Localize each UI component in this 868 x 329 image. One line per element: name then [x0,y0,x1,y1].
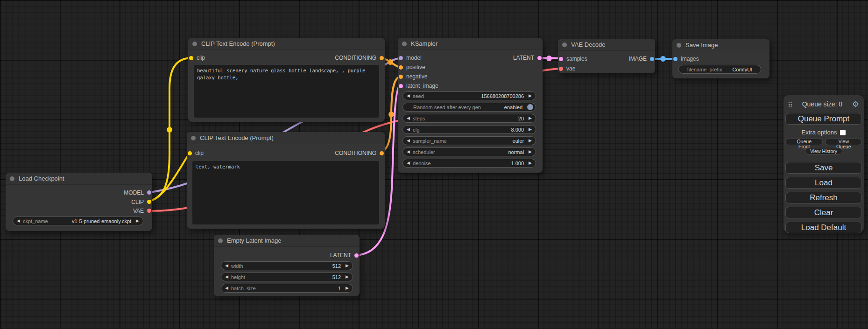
extra-options-label: Extra options [802,129,837,136]
menu-header: Queue size: 0 [785,98,862,110]
node-title-bar[interactable]: Save Image [672,39,769,51]
conditioning-output-port[interactable] [380,56,384,60]
increment-arrow-icon[interactable] [529,161,532,165]
decrement-arrow-icon[interactable] [407,116,410,120]
seed-widget[interactable]: seed 156680208700286 [402,91,536,100]
load-default-button[interactable]: Load Default [785,222,862,233]
input-label: images [681,56,699,62]
input-label: vae [566,65,575,72]
node-clip-text-encode-negative[interactable]: CLIP Text Encode (Prompt) clip CONDITION… [187,132,385,229]
widget-value: euler [513,138,529,144]
node-ksampler[interactable]: KSampler model LATENT positive negative … [398,38,543,173]
node-clip-text-encode-positive[interactable]: CLIP Text Encode (Prompt) clip CONDITION… [188,38,385,122]
clip-input-port[interactable] [189,56,193,60]
decrement-arrow-icon[interactable] [407,127,410,132]
positive-prompt-textarea[interactable]: beautiful scenery nature glass bottle la… [194,65,379,118]
filename-prefix-widget[interactable]: filename_prefix ComfyUI [678,65,761,74]
decrement-arrow-icon[interactable] [225,264,228,268]
increment-arrow-icon[interactable] [529,150,532,154]
vae-output-port[interactable] [147,209,151,213]
image-output-port[interactable] [650,57,654,61]
scheduler-widget[interactable]: scheduler normal [402,147,536,156]
steps-widget[interactable]: steps 20 [402,114,536,123]
queue-front-button[interactable]: Queue Front [785,139,823,145]
clear-button[interactable]: Clear [785,207,862,218]
widget-value: ComfyUI [732,67,752,72]
increment-arrow-icon[interactable] [529,94,532,98]
collapse-dot-icon[interactable] [218,238,223,243]
node-title-bar[interactable]: Load Checkpoint [6,173,152,185]
batch-size-widget[interactable]: batch_size 1 [221,284,353,293]
widget-value: v1-5-pruned-emaonly.ckpt [72,218,136,224]
node-title-bar[interactable]: VAE Decode [558,39,655,51]
random-seed-toggle-widget[interactable]: Random seed after every gen enabled [402,103,536,112]
decrement-arrow-icon[interactable] [17,219,20,223]
view-history-button[interactable]: View History [805,148,842,154]
latent-image-input-port[interactable] [399,84,403,88]
latent-output-port[interactable] [537,56,542,60]
decrement-arrow-icon[interactable] [407,150,410,154]
output-label: LATENT [330,252,351,259]
decrement-arrow-icon[interactable] [225,275,228,279]
samples-input-port[interactable] [559,57,563,61]
model-output-port[interactable] [147,190,151,195]
cfg-widget[interactable]: cfg 8.000 [402,125,536,134]
decrement-arrow-icon[interactable] [407,161,410,165]
sampler-name-widget[interactable]: sampler_name euler [402,136,536,145]
widget-label: batch_size [231,286,256,291]
node-load-checkpoint[interactable]: Load Checkpoint MODEL CLIP VAE ckpt_name… [6,173,152,231]
clip-output-port[interactable] [147,200,151,204]
increment-arrow-icon[interactable] [346,286,349,290]
increment-arrow-icon[interactable] [529,139,532,143]
decrement-arrow-icon[interactable] [225,286,228,290]
denoise-widget[interactable]: denoise 1.000 [402,159,536,168]
height-widget[interactable]: height 512 [221,273,353,281]
load-button[interactable]: Load [785,177,862,189]
width-widget[interactable]: width 512 [221,261,353,270]
increment-arrow-icon[interactable] [136,219,139,223]
latent-output-port[interactable] [354,253,359,258]
ckpt-name-widget[interactable]: ckpt_name v1-5-pruned-emaonly.ckpt [13,217,143,225]
view-queue-button[interactable]: View Queue [825,139,862,145]
toggle-dot-icon[interactable] [527,104,533,110]
negative-prompt-textarea[interactable]: text, watermark [192,161,379,224]
collapse-dot-icon[interactable] [677,43,681,48]
decrement-arrow-icon[interactable] [407,94,410,98]
node-empty-latent-image[interactable]: Empty Latent Image LATENT width 512 heig… [214,235,360,296]
node-title-bar[interactable]: Empty Latent Image [214,235,360,247]
collapse-dot-icon[interactable] [10,176,14,181]
queue-prompt-button[interactable]: Queue Prompt [785,113,862,125]
images-input-port[interactable] [673,57,677,61]
clip-input-port[interactable] [188,151,192,155]
vae-input-port[interactable] [559,67,563,71]
extra-options-checkbox[interactable] [840,130,846,135]
decrement-arrow-icon[interactable] [407,139,410,143]
positive-input-port[interactable] [399,65,403,70]
conditioning-output-port[interactable] [380,151,384,155]
increment-arrow-icon[interactable] [346,264,349,268]
node-save-image[interactable]: Save Image images filename_prefix ComfyU… [672,39,769,78]
node-title-bar[interactable]: CLIP Text Encode (Prompt) [188,38,385,50]
node-vae-decode[interactable]: VAE Decode samples IMAGE vae [558,39,655,73]
model-input-port[interactable] [399,56,403,60]
collapse-dot-icon[interactable] [402,42,407,46]
widget-label: ckpt_name [23,218,48,224]
collapse-dot-icon[interactable] [192,42,197,46]
input-label: latent_image [406,83,438,89]
settings-gear-icon[interactable] [852,100,859,108]
refresh-button[interactable]: Refresh [785,192,862,203]
link-midpoint-dot [546,56,552,61]
negative-input-port[interactable] [399,75,403,79]
node-title: Save Image [685,42,718,49]
increment-arrow-icon[interactable] [529,127,532,132]
node-title-bar[interactable]: KSampler [398,38,543,50]
collapse-dot-icon[interactable] [191,136,196,140]
increment-arrow-icon[interactable] [529,116,532,120]
save-button[interactable]: Save [785,162,862,174]
comfyui-canvas[interactable]: { "colors":{ "model":"#B39DDB","clip":"#… [0,0,868,329]
collapse-dot-icon[interactable] [562,42,567,47]
drag-handle-icon[interactable] [788,101,792,107]
node-title-bar[interactable]: CLIP Text Encode (Prompt) [187,132,385,144]
widget-label: denoise [413,161,431,166]
increment-arrow-icon[interactable] [346,275,349,279]
